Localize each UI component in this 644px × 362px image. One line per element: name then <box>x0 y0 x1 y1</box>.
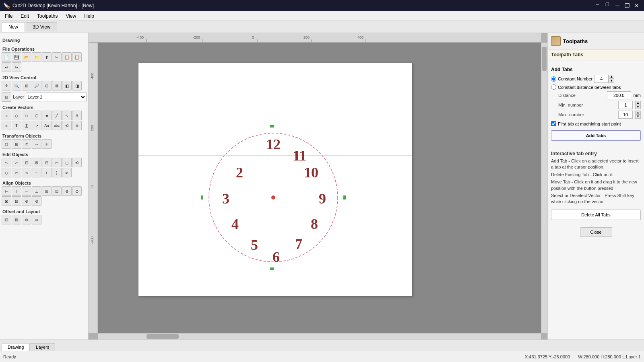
polygon-btn[interactable]: ⬡ <box>32 111 41 120</box>
zoom-next-btn[interactable]: ⊠ <box>52 81 62 90</box>
canvas-area[interactable]: -400 -200 0 200 400 400 200 0 -200 <box>89 33 547 339</box>
min-down[interactable]: ▼ <box>635 105 641 109</box>
weld-btn[interactable]: ◻ <box>62 158 72 167</box>
align-sel-btn[interactable]: ⊜ <box>22 196 31 206</box>
fit-btn[interactable]: ⊞ <box>22 81 31 90</box>
tab-new[interactable]: New <box>2 22 25 32</box>
text-btn[interactable]: T <box>12 121 21 130</box>
align-right-btn[interactable]: ⊣ <box>22 186 31 196</box>
zoom-in-btn[interactable]: 🔍 <box>12 81 21 90</box>
more-btn[interactable]: ⟩ <box>52 168 62 177</box>
layer-select[interactable]: Layer 1 <box>26 93 87 101</box>
pan-btn[interactable]: ✛ <box>2 81 11 90</box>
delete-all-tabs-button[interactable]: Delete All Tabs <box>551 210 641 220</box>
align-page-btn[interactable]: ⊝ <box>32 196 41 206</box>
layer-icon[interactable]: ⊡ <box>2 92 11 102</box>
paste-btn[interactable]: 📋 <box>72 52 82 62</box>
max-number-input[interactable] <box>618 111 633 119</box>
transform-pos-btn[interactable]: □ <box>2 139 11 149</box>
select-btn[interactable]: ↖ <box>2 158 11 167</box>
s-curve-btn[interactable]: S <box>72 111 82 120</box>
array-copy-btn[interactable]: ∞ <box>32 215 41 224</box>
menu-view[interactable]: View <box>62 12 79 20</box>
dogbone-btn[interactable]: ✂ <box>12 168 21 177</box>
node-btn[interactable]: ⤢ <box>12 158 21 167</box>
transform-array-btn[interactable]: ✛ <box>42 139 52 149</box>
group-btn[interactable]: ⊡ <box>22 158 31 167</box>
constant-distance-radio[interactable] <box>551 84 556 90</box>
min-up[interactable]: ▲ <box>635 101 641 105</box>
node-edit-btn[interactable]: ↗ <box>32 121 41 130</box>
import-btn[interactable]: ⬆ <box>42 52 52 62</box>
undo-btn[interactable]: ↩ <box>2 62 11 72</box>
cut-btn[interactable]: ✂ <box>52 52 62 62</box>
center-v-btn[interactable]: ⊡ <box>52 186 62 196</box>
app-minimize[interactable]: ─ <box>593 2 601 9</box>
app-restore[interactable]: ❐ <box>603 2 612 9</box>
center-h-btn[interactable]: ⊞ <box>42 186 52 196</box>
max-up[interactable]: ▲ <box>635 111 641 115</box>
path-text-btn[interactable]: abc <box>52 121 62 130</box>
add-tabs-button[interactable]: Add Tabs <box>551 130 641 141</box>
save-btn[interactable]: 💾 <box>12 52 21 62</box>
nesting-btn[interactable]: ⊛ <box>22 215 31 224</box>
first-tab-checkbox[interactable] <box>551 121 556 126</box>
constant-number-radio[interactable] <box>551 76 556 82</box>
view-left-btn[interactable]: ◧ <box>62 81 72 90</box>
text-v-btn[interactable]: T <box>22 121 31 130</box>
zoom-prev-btn[interactable]: ⊟ <box>42 81 52 90</box>
combine-btn[interactable]: ⊟ <box>42 158 52 167</box>
copy-btn[interactable]: 📋 <box>62 52 72 62</box>
new-file-btn[interactable]: 📄 <box>2 52 11 62</box>
menu-file[interactable]: File <box>2 12 16 20</box>
restore-button[interactable]: ❐ <box>623 2 631 9</box>
offset-in-btn[interactable]: ⊡ <box>2 215 11 224</box>
tab-3d-view[interactable]: 3D View <box>26 22 57 31</box>
close-button-panel[interactable]: Close <box>580 227 612 237</box>
canvas-viewport[interactable]: 12 1 2 3 4 5 6 7 <box>98 43 541 333</box>
smooth-btn[interactable]: ⟲ <box>72 158 82 167</box>
constant-number-up[interactable]: ▲ <box>609 75 614 79</box>
space-v-btn[interactable]: ⊟ <box>12 196 21 206</box>
max-down[interactable]: ▼ <box>635 115 641 119</box>
offset-out-btn[interactable]: ⊠ <box>12 215 21 224</box>
star-btn[interactable]: ★ <box>42 111 52 120</box>
menu-toolpaths[interactable]: Toolpaths <box>34 12 61 20</box>
align-left-btn[interactable]: ⊢ <box>2 186 11 196</box>
distance-input[interactable] <box>607 91 631 99</box>
fillet-btn[interactable]: ≺ <box>22 168 31 177</box>
scrollbar-horizontal[interactable] <box>98 333 541 339</box>
artistic-text-btn[interactable]: Aa <box>42 121 52 130</box>
line-btn[interactable]: ╱ <box>52 111 62 120</box>
boolean-btn[interactable]: ⊗ <box>72 121 82 130</box>
distribute-v-btn[interactable]: ⊙ <box>72 186 82 196</box>
minimize-button[interactable]: ─ <box>613 2 621 9</box>
offset-btn[interactable]: ◇ <box>2 168 11 177</box>
transform-mirror-btn[interactable]: ↔ <box>32 139 41 149</box>
bottom-tab-layers[interactable]: Layers <box>30 343 55 351</box>
wave-btn[interactable]: ≈ <box>2 121 11 130</box>
circle-btn[interactable]: ○ <box>2 111 11 120</box>
chamfer-btn[interactable]: ⋯ <box>32 168 41 177</box>
bottom-tab-drawing[interactable]: Drawing <box>2 343 30 351</box>
menu-help[interactable]: Help <box>81 12 97 20</box>
menu-edit[interactable]: Edit <box>17 12 32 20</box>
transform-rot-btn[interactable]: ⟲ <box>22 139 31 149</box>
space-h-btn[interactable]: ⊠ <box>2 196 11 206</box>
ungroup-btn[interactable]: ⊠ <box>32 158 41 167</box>
open-btn[interactable]: 📂 <box>22 52 31 62</box>
zoom-region-btn[interactable]: 🔎 <box>32 81 41 90</box>
align-bottom-btn[interactable]: ⊥ <box>32 186 41 196</box>
transform-size-btn[interactable]: ⊞ <box>12 139 21 149</box>
constant-number-input[interactable] <box>594 75 609 83</box>
scroll-thumb-v[interactable] <box>542 47 547 71</box>
align-top-btn[interactable]: ⊤ <box>12 186 21 196</box>
scroll-thumb-h[interactable] <box>147 334 179 339</box>
more2-btn[interactable]: ⊳ <box>62 168 72 177</box>
curve-btn[interactable]: ∿ <box>62 111 72 120</box>
view-right-btn[interactable]: ◨ <box>72 81 82 90</box>
scrollbar-vertical[interactable] <box>541 43 547 333</box>
redo-btn[interactable]: ↪ <box>12 62 21 72</box>
close-button[interactable]: ✕ <box>633 2 641 9</box>
open-folder-btn[interactable]: 📁 <box>32 52 41 62</box>
